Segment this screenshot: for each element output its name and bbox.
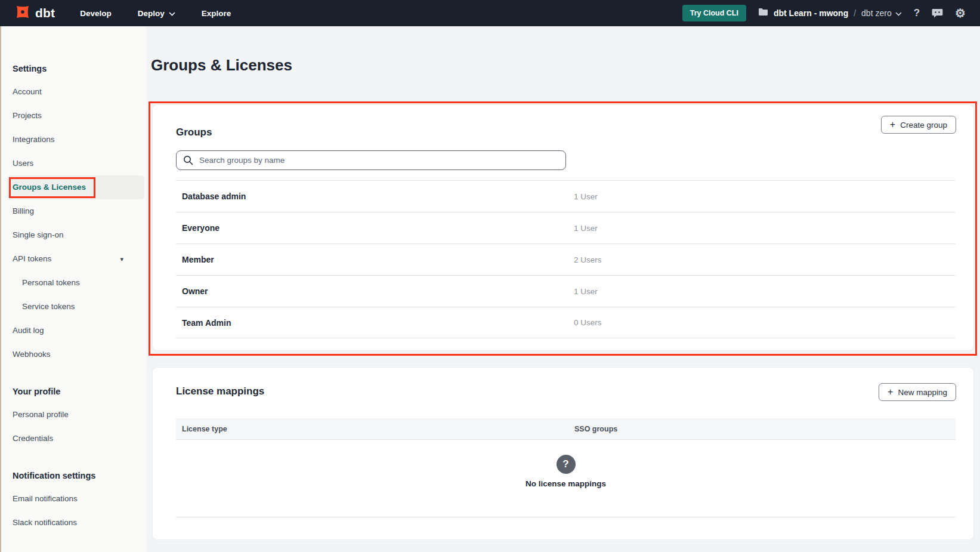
question-circle-icon: ? (557, 455, 576, 474)
nav-item-label: Develop (80, 9, 112, 18)
sidebar-item-projects[interactable]: Projects (0, 104, 146, 128)
search-icon (183, 155, 193, 168)
logo-text: dbt (35, 6, 55, 20)
folder-icon (758, 8, 768, 18)
project-name: dbt zero (861, 8, 892, 18)
nav-item-explore[interactable]: Explore (202, 9, 231, 18)
table-bottom-divider (176, 517, 956, 517)
nav-item-label: Explore (202, 9, 231, 18)
group-name: Database admin (176, 192, 246, 201)
window-edge-line (0, 26, 1, 552)
sidebar-item-slack-notifications[interactable]: Slack notifications (0, 511, 146, 535)
sidebar-item-groups-licenses[interactable]: Groups & Licenses (7, 175, 144, 199)
license-mappings-card: License mappings + New mapping License t… (152, 367, 974, 540)
page-title: Groups & Licenses (151, 56, 292, 75)
nav-item-deploy[interactable]: Deploy (138, 9, 175, 18)
sidebar-item-service-tokens[interactable]: Service tokens (0, 295, 146, 319)
sidebar-item-personal-profile[interactable]: Personal profile (0, 403, 146, 427)
sidebar-item-account[interactable]: Account (0, 80, 146, 104)
settings-gear-icon[interactable]: ⚙ (955, 7, 966, 19)
project-selector[interactable]: dbt zero (861, 8, 902, 18)
chevron-down-icon (169, 9, 175, 18)
groups-card: Groups + Create group Database admin 1 U… (152, 104, 974, 351)
breadcrumb-separator: / (854, 8, 856, 18)
dbt-logo[interactable]: dbt (14, 4, 55, 23)
group-row-everyone[interactable]: Everyone 1 User (176, 212, 956, 243)
license-table-header: License type SSO groups (176, 418, 956, 440)
group-user-count: 2 Users (574, 255, 602, 264)
group-user-count: 1 User (574, 224, 598, 233)
top-navigation-bar: dbt Develop Deploy Explore Try Cloud CLI… (0, 0, 980, 26)
group-row-team-admin[interactable]: Team Admin 0 Users (176, 307, 956, 338)
license-mappings-heading: License mappings (176, 386, 264, 397)
column-license-type: License type (176, 425, 227, 433)
sidebar-item-single-sign-on[interactable]: Single sign-on (0, 223, 146, 247)
sidebar-item-personal-tokens[interactable]: Personal tokens (0, 271, 146, 295)
feedback-icon[interactable] (932, 8, 943, 18)
group-user-count: 0 Users (574, 318, 602, 327)
help-icon[interactable]: ? (914, 7, 920, 19)
sidebar-item-billing[interactable]: Billing (0, 199, 146, 223)
groups-heading: Groups (176, 127, 212, 138)
group-row-owner[interactable]: Owner 1 User (176, 275, 956, 307)
group-search (176, 150, 566, 170)
plus-icon: + (888, 387, 893, 397)
group-name: Everyone (176, 223, 220, 233)
group-name: Owner (176, 286, 208, 296)
column-sso-groups: SSO groups (574, 425, 617, 433)
nav-item-develop[interactable]: Develop (80, 9, 112, 18)
group-row-database-admin[interactable]: Database admin 1 User (176, 180, 956, 212)
main-content: Groups & Licenses Groups + Create group … (146, 26, 980, 552)
search-groups-input[interactable] (176, 150, 566, 170)
sidebar-item-api-tokens[interactable]: API tokens ▾ (0, 247, 146, 271)
sidebar-item-credentials[interactable]: Credentials (0, 427, 146, 451)
try-cloud-cli-button[interactable]: Try Cloud CLI (682, 5, 746, 21)
sidebar-heading-settings: Settings (0, 63, 146, 75)
group-row-member[interactable]: Member 2 Users (176, 243, 956, 275)
sidebar-item-webhooks[interactable]: Webhooks (0, 343, 146, 366)
group-name: Member (176, 255, 214, 264)
topbar-right-cluster: Try Cloud CLI dbt Learn - mwong / dbt ze… (682, 5, 966, 21)
groups-table: Database admin 1 User Everyone 1 User Me… (176, 180, 956, 338)
sidebar-item-email-notifications[interactable]: Email notifications (0, 487, 146, 511)
sidebar-item-integrations[interactable]: Integrations (0, 128, 146, 152)
license-empty-state: ? No license mappings (176, 455, 956, 488)
plus-icon: + (890, 120, 895, 129)
empty-state-label: No license mappings (525, 479, 606, 488)
breadcrumb: dbt Learn - mwong / dbt zero (758, 8, 902, 18)
sidebar-heading-notification-settings: Notification settings (0, 470, 146, 482)
primary-nav: Develop Deploy Explore (80, 9, 231, 18)
group-user-count: 1 User (574, 287, 598, 296)
sidebar-heading-your-profile: Your profile (0, 386, 146, 397)
sidebar-item-audit-log[interactable]: Audit log (0, 319, 146, 343)
new-mapping-label: New mapping (898, 388, 947, 397)
create-group-button[interactable]: + Create group (881, 116, 956, 134)
create-group-label: Create group (900, 121, 947, 129)
group-name: Team Admin (176, 318, 231, 328)
new-mapping-button[interactable]: + New mapping (879, 383, 956, 401)
account-name[interactable]: dbt Learn - mwong (774, 8, 848, 18)
nav-item-label: Deploy (138, 9, 165, 18)
sidebar-item-users[interactable]: Users (0, 152, 146, 175)
sidebar-item-label: API tokens (13, 254, 51, 263)
dbt-logo-icon (14, 4, 31, 23)
chevron-down-icon (895, 8, 902, 18)
group-user-count: 1 User (574, 192, 598, 201)
settings-sidebar: Settings Account Projects Integrations U… (0, 26, 146, 552)
caret-down-icon: ▾ (120, 247, 123, 271)
